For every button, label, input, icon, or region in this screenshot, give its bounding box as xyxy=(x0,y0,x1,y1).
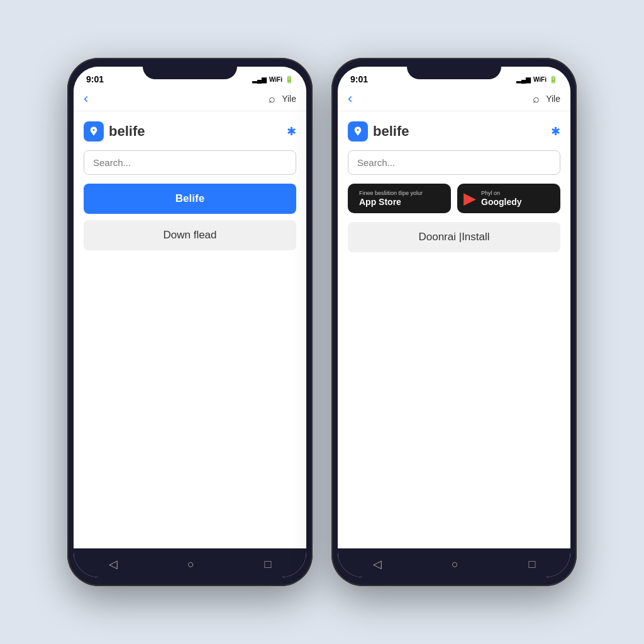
app-store-sub: Finee besliition tlipe yolur xyxy=(359,190,423,197)
nav-bar-right: ‹ ⌕ Yile xyxy=(338,87,570,111)
home-nav-right[interactable]: ○ xyxy=(439,555,471,574)
app-store-text: Finee besliition tlipe yolur App Store xyxy=(359,190,423,208)
logo-text-right: belife xyxy=(373,123,409,140)
play-store-text: Phyl on Googledy xyxy=(481,190,522,208)
app-header-right: belife ✱ xyxy=(348,121,560,142)
search-icon-right[interactable]: ⌕ xyxy=(533,92,540,106)
bottom-nav-left: ◁ ○ □ xyxy=(74,548,306,577)
status-icons-left: ▂▄▆ WiFi 🔋 xyxy=(252,75,294,84)
back-nav-left[interactable]: ◁ xyxy=(96,555,130,574)
wifi-icon-right: WiFi xyxy=(533,76,547,83)
filter-icon-left[interactable]: ✱ xyxy=(287,125,296,138)
phone-right: 9:01 ▂▄▆ WiFi 🔋 ‹ ⌕ Yile xyxy=(331,58,577,586)
logo-text-left: belife xyxy=(109,123,145,140)
back-button-left[interactable]: ‹ xyxy=(84,91,88,107)
secondary-button-left[interactable]: Down flead xyxy=(84,220,296,250)
back-nav-right[interactable]: ◁ xyxy=(360,555,394,574)
battery-icon-right: 🔋 xyxy=(549,75,558,84)
status-time-right: 9:01 xyxy=(350,74,368,84)
wifi-icon-left: WiFi xyxy=(269,76,282,83)
phone-left: 9:01 ▂▄▆ WiFi 🔋 ‹ ⌕ Yile xyxy=(67,58,313,586)
play-store-sub: Phyl on xyxy=(481,190,522,197)
app-store-button[interactable]: Finee besliition tlipe yolur App Store xyxy=(348,184,451,213)
app-content-right: belife ✱ Finee besliition tlipe yolur Ap… xyxy=(338,111,570,548)
recent-nav-right[interactable]: □ xyxy=(516,555,548,574)
logo-icon-left xyxy=(84,121,104,142)
search-icon-left[interactable]: ⌕ xyxy=(269,92,275,106)
signal-icon-right: ▂▄▆ xyxy=(516,76,531,83)
play-store-button[interactable]: ▶ Phyl on Googledy xyxy=(457,184,560,213)
recent-nav-left[interactable]: □ xyxy=(252,555,284,574)
nav-user-right: Yile xyxy=(546,94,560,104)
primary-button-left[interactable]: Belife xyxy=(84,184,296,214)
notch-right xyxy=(407,60,501,79)
back-button-right[interactable]: ‹ xyxy=(348,91,352,107)
search-input-left[interactable] xyxy=(84,150,296,175)
app-logo-left: belife xyxy=(84,121,145,142)
search-input-right[interactable] xyxy=(348,150,560,175)
nav-user-left: Yile xyxy=(282,94,296,104)
notch-left xyxy=(143,60,237,79)
play-store-name: Googledy xyxy=(481,197,522,208)
app-header-left: belife ✱ xyxy=(84,121,296,142)
status-time-left: 9:01 xyxy=(86,74,104,84)
nav-bar-left: ‹ ⌕ Yile xyxy=(74,87,306,111)
store-buttons-right: Finee besliition tlipe yolur App Store ▶… xyxy=(348,184,560,213)
signal-icon-left: ▂▄▆ xyxy=(252,76,267,83)
logo-icon-right xyxy=(348,121,368,142)
app-store-name: App Store xyxy=(359,197,423,208)
play-icon: ▶ xyxy=(464,189,476,208)
app-content-left: belife ✱ Belife Down flead xyxy=(74,111,306,548)
battery-icon-left: 🔋 xyxy=(285,75,294,84)
install-button-right[interactable]: Doonrai |Install xyxy=(348,222,560,252)
nav-actions-left: ⌕ Yile xyxy=(269,92,296,106)
bottom-nav-right: ◁ ○ □ xyxy=(338,548,570,577)
status-icons-right: ▂▄▆ WiFi 🔋 xyxy=(516,75,558,84)
filter-icon-right[interactable]: ✱ xyxy=(551,125,560,138)
home-nav-left[interactable]: ○ xyxy=(175,555,207,574)
app-logo-right: belife xyxy=(348,121,409,142)
nav-actions-right: ⌕ Yile xyxy=(533,92,560,106)
